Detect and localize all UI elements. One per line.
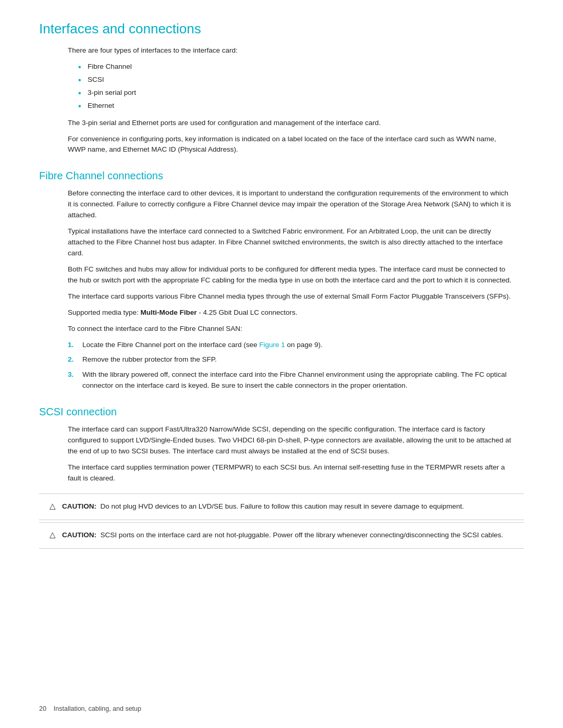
fc-step1-suffix: on page 9). <box>285 341 323 349</box>
fc-steps-list: Locate the Fibre Channel port on the int… <box>68 340 513 392</box>
media-type-prefix: Supported media type: <box>68 309 141 316</box>
fibre-channel-title: Fibre Channel connections <box>39 170 524 182</box>
intro-block: There are four types of interfaces to th… <box>68 45 513 155</box>
fc-para4: The interface card supports various Fibr… <box>68 291 513 302</box>
page-title: Interfaces and connections <box>39 21 524 37</box>
caution-box-2: △ CAUTION: SCSI ports on the interface c… <box>39 522 524 549</box>
media-type-bold: Multi-Mode Fiber <box>141 309 197 316</box>
footer-text: Installation, cabling, and setup <box>54 705 141 712</box>
fc-step1-text: Locate the Fibre Channel port on the int… <box>82 341 259 349</box>
scsi-block: The interface card can support Fast/Ultr… <box>68 424 513 484</box>
list-item: Fibre Channel <box>78 61 513 72</box>
media-type-suffix: - 4.25 Gbit Dual LC connectors. <box>197 309 298 316</box>
list-item: SCSI <box>78 75 513 85</box>
caution1-label: CAUTION: <box>62 502 96 510</box>
scsi-title: SCSI connection <box>39 406 524 418</box>
intro-para2: The 3-pin serial and Ethernet ports are … <box>68 118 513 129</box>
fc-step-1: Locate the Fibre Channel port on the int… <box>68 340 513 351</box>
caution-triangle-icon-1: △ <box>50 501 56 511</box>
footer-page-number: 20 <box>39 705 46 712</box>
fc-step-2: Remove the rubber protector from the SFP… <box>68 354 513 365</box>
list-item: Ethernet <box>78 101 513 112</box>
fc-para6: To connect the interface card to the Fib… <box>68 324 513 335</box>
scsi-para2: The interface card supplies termination … <box>68 462 513 484</box>
caution1-text: Do not plug HVD devices to an LVD/SE bus… <box>101 502 464 510</box>
fc-para3: Both FC switches and hubs may allow for … <box>68 264 513 286</box>
fc-para1: Before connecting the interface card to … <box>68 188 513 221</box>
interface-types-list: Fibre Channel SCSI 3-pin serial port Eth… <box>78 61 513 112</box>
fc-media-type: Supported media type: Multi-Mode Fiber -… <box>68 307 513 318</box>
intro-paragraph: There are four types of interfaces to th… <box>68 45 513 56</box>
figure1-link[interactable]: Figure 1 <box>259 341 285 349</box>
fc-para2: Typical installations have the interface… <box>68 226 513 259</box>
caution2-text: SCSI ports on the interface card are not… <box>101 531 504 539</box>
fibre-channel-block: Before connecting the interface card to … <box>68 188 513 391</box>
page-footer: 20 Installation, cabling, and setup <box>39 705 524 712</box>
list-item: 3-pin serial port <box>78 88 513 98</box>
fc-step-3: With the library powered off, connect th… <box>68 369 513 391</box>
caution-box-1: △ CAUTION: Do not plug HVD devices to an… <box>39 493 524 520</box>
scsi-para1: The interface card can support Fast/Ultr… <box>68 424 513 457</box>
caution2-label: CAUTION: <box>62 531 96 539</box>
caution-triangle-icon-2: △ <box>50 530 56 539</box>
intro-para3: For convenience in configuring ports, ke… <box>68 134 513 156</box>
